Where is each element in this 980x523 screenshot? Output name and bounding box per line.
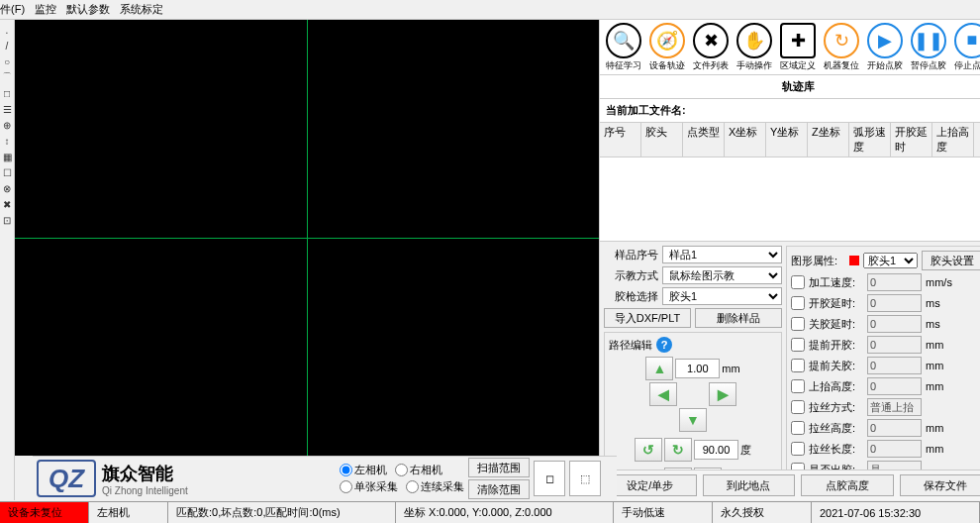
prop-checkbox[interactable] (791, 377, 805, 395)
prop-label: 提前开胶: (809, 338, 863, 353)
tool-10[interactable]: ⊗ (0, 181, 14, 195)
col-弧形速度[interactable]: 弧形速度 (849, 123, 891, 157)
col-开胶延时[interactable]: 开胶延时 (891, 123, 932, 157)
prop-checkbox[interactable] (791, 336, 805, 354)
save-file-button[interactable]: 保存文件 (900, 474, 981, 496)
col-X坐标[interactable]: X坐标 (725, 123, 766, 157)
menu-default-params[interactable]: 默认参数 (66, 2, 110, 17)
prop-checkbox[interactable] (791, 294, 805, 312)
tool-4[interactable]: □ (0, 86, 14, 100)
rotate-ccw-button[interactable]: ↺ (635, 438, 662, 462)
toolbar-label: 机器复位 (824, 59, 859, 72)
menu-monitor[interactable]: 监控 (35, 2, 56, 17)
tool-7[interactable]: ↕ (0, 134, 14, 148)
arrow-right-button[interactable]: ▶ (709, 382, 736, 406)
tool-9[interactable]: ☐ (0, 165, 14, 179)
toolbar-手动操作[interactable]: ✋手动操作 (734, 22, 775, 73)
left-toolbar: ./○⌒□☰⊕↕▦☐⊗✖⊡ (0, 20, 15, 500)
toolbar-暂停点胶[interactable]: ❚❚暂停点胶 (908, 22, 949, 73)
logo-area: QZ 旗众智能 Qi Zhong Intelligent (37, 460, 334, 497)
prop-checkbox[interactable] (791, 357, 805, 374)
prop-checkbox[interactable] (791, 273, 805, 291)
toolbar-机器复位[interactable]: ↻机器复位 (821, 22, 862, 73)
radio-right-camera[interactable]: 右相机 (395, 463, 442, 477)
tool-11[interactable]: ✖ (0, 197, 14, 211)
import-dxf-button[interactable]: 导入DXF/PLT (604, 308, 691, 328)
prop-input (867, 440, 922, 458)
deg-input[interactable] (694, 440, 738, 460)
head-settings-button[interactable]: 胶头设置 (922, 251, 980, 270)
toolbar-label: 设备轨迹 (649, 59, 685, 72)
canvas-bottom-panel: QZ 旗众智能 Qi Zhong Intelligent 左相机 右相机 单张采… (33, 456, 617, 500)
menu-file[interactable]: 件(F) (0, 2, 25, 17)
track-table[interactable]: 序号胶头点类型X坐标Y坐标Z坐标弧形速度开胶延时上抬高度 (600, 123, 980, 242)
help-icon[interactable]: ? (656, 337, 672, 353)
prop-row-拉丝长度:: 拉丝长度:mm (791, 440, 980, 458)
teach-method-select[interactable]: 鼠标绘图示教 (662, 266, 782, 284)
toolbar-区域定义[interactable]: ✚区域定义 (777, 22, 819, 73)
prop-unit: mm (926, 339, 949, 351)
logo-icon: QZ (37, 460, 96, 497)
canvas-viewport[interactable] (15, 20, 599, 456)
rotate-cw-button[interactable]: ↻ (664, 438, 692, 462)
tool-0[interactable]: . (0, 23, 14, 37)
tool-6[interactable]: ⊕ (0, 118, 14, 132)
toolbar-特征学习[interactable]: 🔍特征学习 (603, 22, 644, 73)
clear-range-button[interactable]: 清除范围 (468, 479, 530, 499)
prop-row-拉丝方式:: 拉丝方式: (791, 398, 980, 416)
glue-select[interactable]: 胶头1 (662, 287, 782, 305)
tool-2[interactable]: ○ (0, 54, 14, 68)
sample-no-label: 样品序号 (604, 248, 658, 262)
dispense-height-button[interactable]: 点胶高度 (801, 474, 894, 496)
prop-input (867, 398, 922, 416)
scan-range-icon[interactable]: ⬚ (569, 461, 601, 496)
col-Z坐标[interactable]: Z坐标 (808, 123, 849, 157)
tool-5[interactable]: ☰ (0, 102, 14, 116)
radio-left-camera[interactable]: 左相机 (340, 463, 387, 477)
toolbar-停止点胶[interactable]: ■停止点胶 (951, 22, 980, 73)
toolbar-设备轨迹[interactable]: 🧭设备轨迹 (646, 22, 688, 73)
prop-label: 开胶延时: (809, 296, 863, 311)
文件列表-icon: ✖ (693, 23, 729, 58)
tool-1[interactable]: / (0, 39, 14, 52)
tool-12[interactable]: ⊡ (0, 213, 14, 227)
prop-checkbox[interactable] (791, 440, 805, 458)
status-match: 匹配数:0,坏点数:0,匹配时间:0(ms) (168, 502, 396, 523)
arrow-down-button[interactable]: ▼ (679, 408, 707, 432)
delete-sample-button[interactable]: 删除样品 (695, 308, 782, 328)
crosshair-vertical (307, 20, 308, 456)
toolbar-文件列表[interactable]: ✖文件列表 (690, 22, 732, 73)
logo-english: Qi Zhong Intelligent (102, 485, 188, 496)
status-auth: 永久授权 (713, 502, 812, 523)
prop-input (867, 377, 922, 395)
tool-3[interactable]: ⌒ (0, 70, 14, 84)
prop-checkbox[interactable] (791, 461, 805, 470)
step-mm-input[interactable] (675, 359, 720, 378)
col-胶头[interactable]: 胶头 (641, 123, 683, 157)
menu-system-cal[interactable]: 系统标定 (120, 2, 163, 17)
path-edit-title: 路径编辑 (609, 338, 652, 353)
tool-8[interactable]: ▦ (0, 150, 14, 163)
toolbar-开始点胶[interactable]: ▶开始点胶 (864, 22, 906, 73)
photo-locate-icon[interactable]: ◻ (534, 461, 565, 496)
scan-range-button[interactable]: 扫描范围 (468, 458, 530, 477)
prop-row-加工速度:: 加工速度:mm/s (791, 273, 980, 291)
col-点类型[interactable]: 点类型 (683, 123, 725, 157)
sample-no-select[interactable]: 样品1 (662, 246, 782, 263)
arrow-left-button[interactable]: ◀ (649, 382, 677, 406)
arrow-up-button[interactable]: ▲ (645, 357, 673, 380)
goto-point-button[interactable]: 到此地点 (703, 474, 796, 496)
set-step-button[interactable]: 设定/单步 (604, 474, 697, 496)
col-序号[interactable]: 序号 (600, 123, 641, 157)
col-Y坐标[interactable]: Y坐标 (766, 123, 808, 157)
glue-head-select[interactable]: 胶头1 (863, 253, 918, 268)
radio-continuous-capture[interactable]: 连续采集 (406, 479, 464, 494)
prop-label: 加工速度: (809, 275, 863, 290)
col-上抬高度[interactable]: 上抬高度 (932, 123, 974, 157)
radio-single-capture[interactable]: 单张采集 (340, 479, 398, 494)
statusbar: 设备未复位 左相机 匹配数:0,坏点数:0,匹配时间:0(ms) 坐标 X:0.… (0, 501, 980, 523)
prop-checkbox[interactable] (791, 398, 805, 416)
prop-unit: mm (926, 380, 949, 392)
prop-checkbox[interactable] (791, 419, 805, 437)
prop-checkbox[interactable] (791, 315, 805, 333)
